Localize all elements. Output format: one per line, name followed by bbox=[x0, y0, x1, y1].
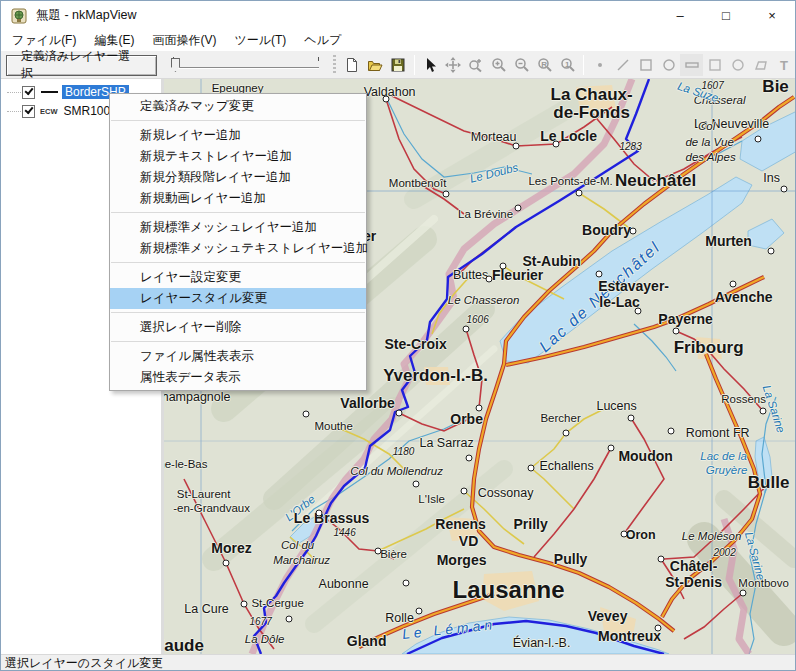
context-menu-item[interactable]: 新規標準メッシュレイヤー追加 bbox=[110, 217, 366, 238]
close-button[interactable]: × bbox=[749, 1, 795, 30]
layer-checkbox[interactable] bbox=[22, 86, 35, 99]
line-symbol-icon bbox=[41, 91, 58, 93]
context-menu-item[interactable]: 新規分類段階レイヤー追加 bbox=[110, 167, 366, 188]
context-menu-item[interactable]: 属性表データ表示 bbox=[110, 367, 366, 388]
toolbar-separator bbox=[583, 55, 584, 75]
menu-tools[interactable]: ツール(T) bbox=[225, 29, 295, 52]
draw-text-icon[interactable]: T bbox=[772, 54, 795, 76]
context-menu-item[interactable]: 新規レイヤー追加 bbox=[110, 125, 366, 146]
maximize-button[interactable]: □ bbox=[703, 1, 749, 30]
layer-label[interactable]: SMR100 bbox=[61, 104, 114, 118]
minimize-button[interactable]: – bbox=[657, 1, 703, 30]
svg-text:1: 1 bbox=[565, 60, 570, 69]
ecw-symbol-icon: ECW bbox=[40, 107, 58, 116]
zoom-out-icon[interactable] bbox=[510, 54, 533, 76]
zoom-window-icon[interactable] bbox=[465, 54, 488, 76]
pan-icon[interactable] bbox=[442, 54, 465, 76]
menu-separator bbox=[111, 341, 365, 342]
draw-bar-icon[interactable] bbox=[680, 54, 703, 76]
transparency-slider[interactable] bbox=[171, 55, 321, 75]
zoom-previous-icon[interactable]: R bbox=[533, 54, 556, 76]
predefined-layer-select-button[interactable]: 定義済みレイヤー選択 bbox=[6, 55, 157, 76]
titlebar: 無題 - nkMapView – □ × bbox=[1, 1, 795, 30]
context-menu-item[interactable]: 新規テキストレイヤー追加 bbox=[110, 146, 366, 167]
toolbar: 定義済みレイヤー選択 R 1 T bbox=[1, 52, 795, 79]
layer-checkbox[interactable] bbox=[22, 105, 35, 118]
context-menu-item[interactable]: 新規標準メッシュテキストレイヤー追加 bbox=[110, 238, 366, 259]
app-window: 無題 - nkMapView – □ × ファイル(F) 編集(E) 画面操作(… bbox=[0, 0, 796, 671]
context-menu-item[interactable]: レイヤースタイル変更 bbox=[110, 288, 366, 309]
draw-polygon-icon[interactable] bbox=[749, 54, 772, 76]
zoom-actual-icon[interactable]: 1 bbox=[556, 54, 579, 76]
draw-point-icon[interactable] bbox=[588, 54, 611, 76]
new-file-icon[interactable] bbox=[341, 54, 364, 76]
context-menu-item[interactable]: 新規動画レイヤー追加 bbox=[110, 188, 366, 209]
app-icon bbox=[11, 8, 27, 24]
toolbar-grip bbox=[333, 55, 336, 75]
draw-square-icon[interactable] bbox=[703, 54, 726, 76]
context-menu-item[interactable]: レイヤー設定変更 bbox=[110, 267, 366, 288]
open-folder-icon[interactable] bbox=[364, 54, 387, 76]
select-arrow-icon[interactable] bbox=[419, 54, 442, 76]
draw-rectangle-icon[interactable] bbox=[634, 54, 657, 76]
draw-circle-icon[interactable] bbox=[726, 54, 749, 76]
context-menu: 定義済みマップ変更新規レイヤー追加新規テキストレイヤー追加新規分類段階レイヤー追… bbox=[109, 93, 367, 391]
slider-thumb[interactable] bbox=[171, 58, 180, 72]
draw-line-icon[interactable] bbox=[611, 54, 634, 76]
tree-guide bbox=[7, 92, 21, 93]
window-title: 無題 - nkMapView bbox=[36, 7, 137, 24]
draw-ellipse-icon[interactable] bbox=[657, 54, 680, 76]
menu-separator bbox=[111, 312, 365, 313]
slider-tick bbox=[318, 57, 319, 61]
context-menu-item[interactable]: 定義済みマップ変更 bbox=[110, 96, 366, 117]
menu-separator bbox=[111, 262, 365, 263]
statusbar: 選択レイヤーのスタイル変更 bbox=[1, 654, 795, 671]
slider-track bbox=[173, 67, 319, 69]
menu-help[interactable]: ヘルプ bbox=[295, 29, 350, 52]
toolbar-separator bbox=[414, 55, 415, 75]
context-menu-item[interactable]: 選択レイヤー削除 bbox=[110, 317, 366, 338]
menu-view[interactable]: 画面操作(V) bbox=[143, 29, 225, 52]
menu-separator bbox=[111, 120, 365, 121]
svg-text:R: R bbox=[541, 60, 547, 69]
save-icon[interactable] bbox=[387, 54, 410, 76]
context-menu-item[interactable]: ファイル属性表表示 bbox=[110, 346, 366, 367]
svg-text:T: T bbox=[780, 58, 788, 73]
status-text: 選択レイヤーのスタイル変更 bbox=[1, 655, 163, 671]
menu-separator bbox=[111, 212, 365, 213]
zoom-in-icon[interactable] bbox=[488, 54, 511, 76]
tree-guide bbox=[7, 111, 21, 112]
